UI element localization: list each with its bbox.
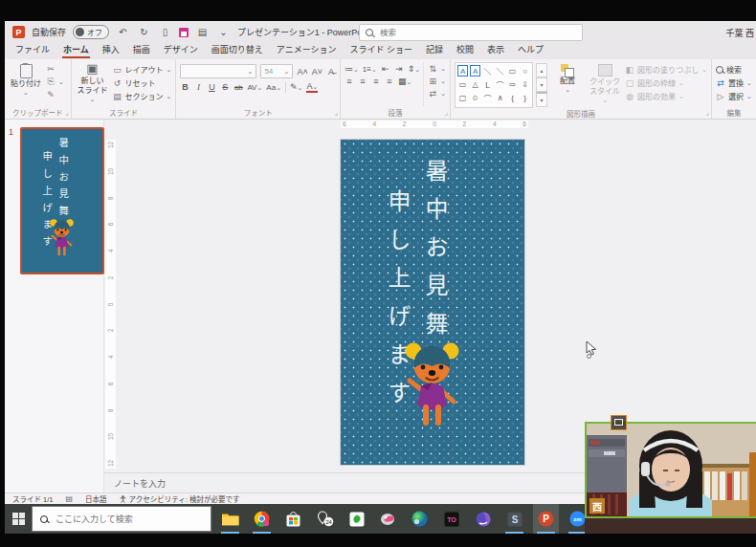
shape-gallery-item[interactable]: ▢	[456, 91, 469, 104]
undo-button[interactable]: ↶	[116, 25, 130, 39]
shape-gallery-item[interactable]: ○	[519, 64, 531, 77]
taskbar-chrome[interactable]	[249, 504, 275, 534]
tab-home[interactable]: ホーム	[56, 41, 96, 59]
tab-view[interactable]: 表示	[480, 41, 511, 59]
shapes-scroll-down-button[interactable]: ▾	[536, 77, 547, 92]
print-preview-button[interactable]: ▤	[195, 25, 210, 39]
text-shadow-button[interactable]: ab	[233, 83, 243, 92]
autosave-toggle[interactable]: オフ	[73, 25, 109, 39]
taskbar-search[interactable]	[32, 506, 211, 532]
shape-gallery-item[interactable]: ＼	[481, 64, 494, 77]
paragraph-dialog-launcher[interactable]: ⌟	[445, 109, 448, 117]
webcam-overlay[interactable]: 西	[585, 422, 756, 518]
text-direction-button[interactable]: ⇅⌄	[428, 64, 446, 74]
paste-button[interactable]: 貼り付け ⌄	[9, 62, 43, 106]
tab-record[interactable]: 記録	[419, 41, 450, 59]
font-dialog-launcher[interactable]: ⌟	[335, 109, 338, 117]
font-color-button[interactable]: A⌄	[306, 81, 318, 93]
format-painter-button[interactable]: ✎	[46, 90, 64, 99]
align-text-button[interactable]: ⊞⌄	[428, 77, 446, 86]
taskbar-file-explorer[interactable]	[217, 504, 243, 534]
quick-access-overflow-button[interactable]: ⌄	[216, 25, 231, 39]
shape-gallery-item[interactable]: }	[519, 91, 531, 104]
start-button[interactable]	[5, 504, 32, 534]
save-button[interactable]	[179, 28, 189, 37]
replace-button[interactable]: ⇄置換⌄	[716, 77, 752, 88]
taskbar-search-input[interactable]	[54, 514, 203, 525]
align-left-button[interactable]: ≡	[345, 77, 354, 86]
align-right-button[interactable]: ≡	[371, 77, 381, 86]
taskbar-powerpoint[interactable]: P	[533, 504, 559, 534]
character-spacing-button[interactable]: AV⌄	[247, 83, 262, 92]
drawing-dialog-launcher[interactable]: ⌟	[706, 109, 709, 117]
cut-button[interactable]: ✂	[46, 64, 64, 74]
shape-gallery-item[interactable]: ⇩	[519, 77, 531, 91]
numbering-button[interactable]: 1≡⌄	[363, 65, 377, 74]
font-name-combo[interactable]: ⌄	[180, 64, 256, 78]
accessibility-status[interactable]: アクセシビリティ: 検討が必要です	[120, 493, 240, 504]
copy-button[interactable]: ⎘⌄	[46, 77, 64, 87]
arrange-button[interactable]: 配置 ⌄	[550, 62, 585, 108]
section-button[interactable]: ▤セクション⌄	[113, 91, 172, 101]
shape-gallery-item[interactable]: A	[470, 65, 480, 77]
bold-button[interactable]: B	[180, 82, 189, 92]
slide-editor[interactable]: 暑中お見舞い 申し上げます	[341, 140, 524, 465]
taskbar-store[interactable]	[280, 504, 306, 534]
shape-gallery-item[interactable]: △	[469, 77, 481, 91]
ribbon-search-box[interactable]	[359, 24, 583, 41]
strikethrough-button[interactable]: S	[220, 82, 230, 92]
layout-button[interactable]: ▭レイアウト⌄	[113, 64, 172, 75]
shape-gallery-item[interactable]: ＼	[494, 64, 506, 77]
taskbar-to-app[interactable]: TO	[438, 504, 464, 534]
shape-gallery-item[interactable]: ▭	[506, 64, 519, 77]
shape-gallery-item[interactable]: ☺	[469, 91, 481, 104]
tab-file[interactable]: ファイル	[9, 41, 56, 59]
underline-button[interactable]: U	[207, 82, 216, 92]
tab-transitions[interactable]: 画面切り替え	[205, 41, 270, 59]
taskbar-line-app[interactable]	[344, 504, 369, 534]
shape-gallery-item[interactable]: ⌒	[481, 91, 494, 104]
grow-font-button[interactable]: A˄	[297, 67, 307, 77]
taskbar-s-app[interactable]: S	[501, 504, 527, 534]
slide-thumbnail[interactable]: 暑中お見舞い 申し上げます	[20, 127, 104, 274]
justify-button[interactable]: ≡	[385, 77, 394, 86]
reset-button[interactable]: ↺リセット	[113, 77, 172, 88]
shape-fill-button[interactable]: ◧図形の塗りつぶし⌄	[625, 64, 707, 75]
clipboard-dialog-launcher[interactable]: ⌟	[65, 109, 68, 117]
change-case-button[interactable]: Aa⌄	[266, 83, 281, 92]
shrink-font-button[interactable]: A˅	[312, 67, 322, 77]
tab-design[interactable]: デザイン	[157, 41, 205, 59]
shape-gallery-item[interactable]: ⇨	[506, 77, 519, 91]
convert-smartart-button[interactable]: ⇄⌄	[428, 89, 446, 98]
taskbar-edge-sphere[interactable]	[407, 504, 433, 534]
taskbar-weather-pin[interactable]: 24	[312, 504, 338, 534]
bullets-button[interactable]: ≔⌄	[345, 64, 359, 74]
decrease-indent-button[interactable]: ⇤	[381, 64, 390, 74]
clear-formatting-button[interactable]: A̶	[326, 67, 336, 77]
shape-gallery-item[interactable]: Ｌ	[481, 77, 494, 91]
new-slide-button[interactable]: ▣ 新しい スライド ⌄	[76, 62, 110, 106]
shape-gallery-item[interactable]: ∧	[494, 91, 506, 104]
line-spacing-button[interactable]: ⇕⌄	[408, 64, 420, 74]
taskbar-m365[interactable]	[470, 504, 496, 534]
highlight-pen-button[interactable]: ✎⌄	[290, 82, 302, 92]
new-document-button[interactable]: ▯	[158, 25, 172, 39]
redo-button[interactable]: ↻	[137, 25, 151, 39]
select-button[interactable]: ▷選択⌄	[716, 91, 752, 101]
taskbar-paint3d[interactable]	[375, 504, 401, 534]
shape-outline-button[interactable]: ▢図形の枠線⌄	[625, 77, 707, 88]
align-center-button[interactable]: ≡	[358, 77, 367, 86]
language-status[interactable]: 日本語	[85, 493, 107, 504]
tab-review[interactable]: 校閲	[450, 41, 480, 59]
webcam-pin-icon[interactable]	[611, 415, 627, 430]
shape-gallery-item[interactable]: ▭	[456, 77, 469, 91]
shape-gallery-item[interactable]: {	[506, 91, 519, 104]
notes-status-icon[interactable]: ▤	[66, 494, 74, 503]
shapes-more-button[interactable]: ▾	[536, 92, 547, 107]
italic-button[interactable]: I	[193, 82, 203, 92]
shape-gallery-item[interactable]: ⌒	[494, 77, 506, 91]
tab-insert[interactable]: 挿入	[96, 41, 126, 59]
tab-help[interactable]: ヘルプ	[511, 41, 550, 59]
bear-illustration[interactable]	[396, 340, 469, 428]
search-input[interactable]	[378, 27, 576, 38]
